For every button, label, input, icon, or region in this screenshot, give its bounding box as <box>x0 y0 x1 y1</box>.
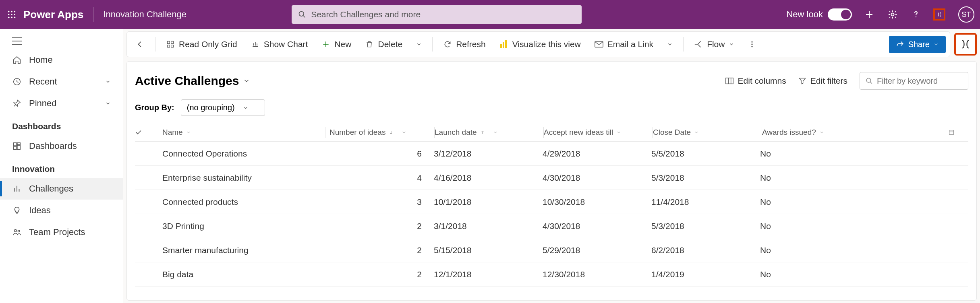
column-chooser-icon[interactable] <box>948 129 968 136</box>
main-area: Read Only Grid Show Chart New Delete <box>123 29 980 303</box>
svg-rect-16 <box>17 145 20 149</box>
powerbi-icon <box>499 40 508 49</box>
share-button[interactable]: Share <box>889 36 946 53</box>
content-card: Active Challenges Edit columns Edit filt… <box>126 61 977 301</box>
svg-point-6 <box>8 17 10 19</box>
select-all-checkbox[interactable] <box>135 129 161 136</box>
cell-name[interactable]: Connected products <box>161 197 325 207</box>
avatar[interactable]: ST <box>958 6 974 23</box>
nav-pinned[interactable]: Pinned <box>0 93 123 114</box>
read-only-grid-button[interactable]: Read Only Grid <box>161 35 242 53</box>
visualize-button[interactable]: Visualize this view <box>495 35 586 53</box>
cell-accept: 5/29/2018 <box>543 245 651 255</box>
column-header-close[interactable]: Close Date <box>653 128 762 137</box>
filter-input[interactable] <box>877 76 977 86</box>
table-row[interactable]: Connected products310/1/201810/30/201811… <box>135 190 968 214</box>
nav-dashboards[interactable]: Dashboards <box>0 135 123 157</box>
svg-point-0 <box>8 11 10 12</box>
cell-accept: 4/30/2018 <box>543 221 651 231</box>
column-header-accept[interactable]: Accept new ideas till <box>544 128 653 137</box>
flow-button[interactable]: Flow <box>689 35 739 53</box>
nav-section-innovation: Innovation <box>0 157 123 178</box>
svg-line-33 <box>870 82 872 84</box>
cmd-label: Show Chart <box>264 39 308 49</box>
nav-section-dashboards: Dashboards <box>0 114 123 135</box>
cell-name[interactable]: Smarter manufacturing <box>161 245 325 255</box>
overflow-button[interactable] <box>743 36 761 52</box>
challenges-icon <box>12 184 22 194</box>
edit-columns-button[interactable]: Edit columns <box>725 76 786 86</box>
cell-ideas: 2 <box>325 245 434 255</box>
svg-point-28 <box>752 41 753 43</box>
svg-point-18 <box>15 230 17 232</box>
nav-label: Home <box>29 55 53 65</box>
cell-name[interactable]: Big data <box>161 270 325 279</box>
edit-filters-button[interactable]: Edit filters <box>798 76 847 86</box>
nav-ideas[interactable]: Ideas <box>0 200 123 221</box>
cell-ideas: 2 <box>325 221 434 231</box>
home-icon <box>12 55 22 65</box>
back-button[interactable] <box>131 36 149 53</box>
svg-point-32 <box>866 78 871 82</box>
new-look-toggle[interactable]: New look <box>786 8 852 21</box>
cell-name[interactable]: Enterprise sustainability <box>161 173 325 183</box>
refresh-icon <box>443 40 452 49</box>
nav-challenges[interactable]: Challenges <box>0 178 123 200</box>
svg-point-7 <box>11 17 12 19</box>
copilot-pane-button[interactable] <box>954 33 977 56</box>
recent-icon <box>12 77 22 87</box>
pin-icon <box>12 99 22 108</box>
group-by-value: (no grouping) <box>187 103 235 112</box>
svg-rect-24 <box>500 44 502 48</box>
app-launcher-icon[interactable] <box>6 8 18 21</box>
delete-split-chevron[interactable] <box>411 37 427 51</box>
new-button[interactable]: New <box>317 35 356 53</box>
delete-button[interactable]: Delete <box>360 35 407 53</box>
nav-home[interactable]: Home <box>0 49 123 71</box>
grid-icon <box>166 40 175 49</box>
gear-icon[interactable] <box>887 8 899 21</box>
cell-ideas: 3 <box>325 197 434 207</box>
refresh-button[interactable]: Refresh <box>438 35 491 53</box>
email-split-chevron[interactable] <box>662 37 678 51</box>
column-header-ideas[interactable]: Number of ideas <box>325 128 434 137</box>
svg-point-5 <box>14 14 16 15</box>
help-icon[interactable] <box>910 8 922 21</box>
search-input[interactable] <box>311 10 575 19</box>
cell-name[interactable]: Connected Operations <box>161 149 325 159</box>
filter-icon <box>798 77 806 85</box>
toggle-switch[interactable] <box>828 8 852 21</box>
table-row[interactable]: Enterprise sustainability44/16/20184/30/… <box>135 166 968 190</box>
nav-recent[interactable]: Recent <box>0 71 123 93</box>
avatar-initials: ST <box>961 10 971 19</box>
nav-label: Team Projects <box>29 227 85 237</box>
copilot-header-icon[interactable] <box>933 8 945 21</box>
email-link-button[interactable]: Email a Link <box>590 35 658 53</box>
cell-name[interactable]: 3D Printing <box>161 221 325 231</box>
cell-awards: No <box>760 197 948 207</box>
svg-rect-27 <box>595 41 603 47</box>
keyword-filter[interactable] <box>860 72 968 90</box>
hamburger-icon[interactable] <box>0 33 123 49</box>
top-bar: Power Apps Innovation Challenge New look… <box>0 0 980 29</box>
column-header-awards[interactable]: Awards issued? <box>762 128 948 137</box>
add-icon[interactable] <box>863 8 875 21</box>
group-by-select[interactable]: (no grouping) <box>181 99 265 116</box>
cmd-label: Visualize this view <box>512 39 581 49</box>
column-header-name[interactable]: Name <box>161 128 325 137</box>
column-header-launch[interactable]: Launch date <box>435 128 543 137</box>
team-icon <box>12 227 22 237</box>
table-row[interactable]: Big data212/1/201812/30/20181/4/2019No <box>135 262 968 287</box>
cell-awards: No <box>760 221 948 231</box>
show-chart-button[interactable]: Show Chart <box>246 35 313 53</box>
cell-accept: 4/30/2018 <box>543 173 651 183</box>
nav-team-projects[interactable]: Team Projects <box>0 221 123 243</box>
view-picker[interactable]: Active Challenges <box>135 74 250 88</box>
table-row[interactable]: Smarter manufacturing25/15/20185/29/2018… <box>135 238 968 262</box>
table-row[interactable]: 3D Printing23/1/20184/30/20185/3/2018No <box>135 214 968 238</box>
table-row[interactable]: Connected Operations63/12/20184/29/20185… <box>135 142 968 166</box>
global-search[interactable] <box>292 5 582 24</box>
svg-rect-34 <box>949 130 954 134</box>
app-name[interactable]: Innovation Challenge <box>103 9 186 20</box>
svg-rect-21 <box>171 41 174 44</box>
